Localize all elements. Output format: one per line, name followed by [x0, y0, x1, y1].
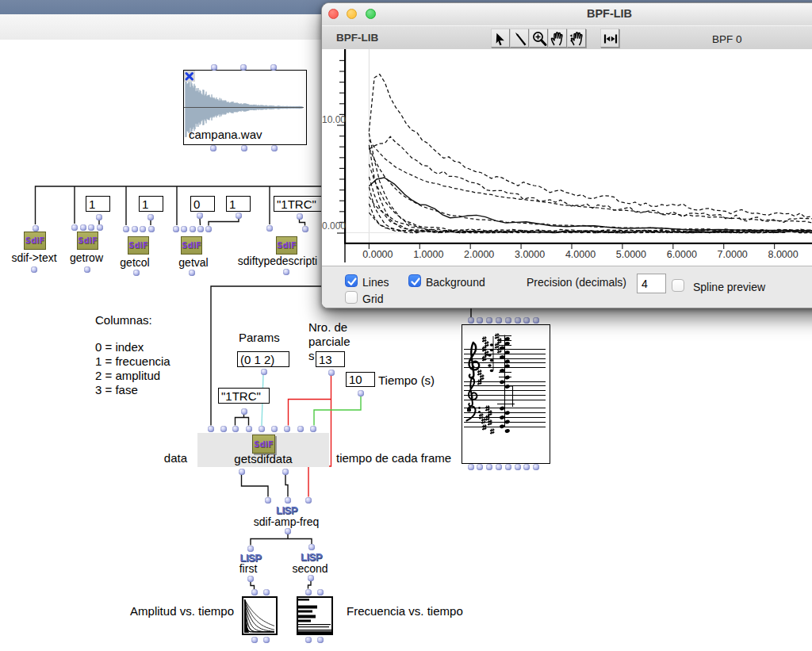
sdif-icon[interactable]: SdiF [181, 236, 202, 255]
patch-cord-12[interactable] [289, 400, 331, 426]
patch-connector-ball[interactable] [486, 317, 492, 324]
patch-connector-ball[interactable] [247, 546, 254, 552]
patch-connector-ball[interactable] [308, 575, 314, 581]
patch-connector-ball[interactable] [197, 226, 204, 232]
patch-connector-ball[interactable] [271, 145, 278, 151]
patch-connector-ball[interactable] [210, 145, 216, 151]
patch-cord-9[interactable] [300, 219, 305, 226]
patch-connector-ball[interactable] [251, 589, 258, 595]
patch-connector-ball[interactable] [533, 464, 539, 470]
patch-connector-ball[interactable] [140, 226, 146, 232]
patch-connector-ball[interactable] [133, 270, 140, 276]
patch-connector-ball[interactable] [181, 226, 187, 232]
patch-connector-ball[interactable] [132, 226, 138, 232]
patch-connector-ball[interactable] [208, 426, 214, 432]
patch-connector-ball[interactable] [496, 317, 502, 324]
patch-connector-ball[interactable] [197, 213, 203, 219]
input-box-n1[interactable]: 1 [86, 196, 110, 212]
patch-cord-7[interactable] [200, 219, 201, 225]
patch-connector-ball[interactable] [266, 225, 273, 232]
patch-cord-18[interactable] [285, 474, 288, 497]
patch-connector-ball[interactable] [259, 426, 265, 432]
patch-connector-ball[interactable] [358, 390, 364, 396]
patch-cord-22[interactable] [308, 580, 312, 589]
lines-checkbox[interactable] [345, 274, 358, 287]
patch-connector-ball[interactable] [297, 426, 304, 432]
input-box-params[interactable]: (0 1 2) [237, 351, 289, 367]
patch-connector-ball[interactable] [505, 317, 511, 324]
patch-connector-ball[interactable] [270, 64, 277, 71]
curve-partial-env-solid[interactable] [369, 178, 812, 231]
patch-connector-ball[interactable] [246, 426, 252, 432]
patch-connector-ball[interactable] [265, 497, 271, 504]
patch-connector-ball[interactable] [285, 497, 291, 504]
patch-connector-ball[interactable] [33, 225, 39, 232]
patch-connector-ball[interactable] [173, 226, 179, 232]
curve-partial-env-2[interactable] [369, 75, 812, 218]
input-box-n2[interactable]: 1 [139, 196, 163, 212]
pen-tool-button[interactable] [510, 29, 529, 48]
patch-connector-ball[interactable] [317, 589, 324, 595]
input-box-tiempo[interactable]: 10 [346, 372, 375, 387]
input-box-trc1[interactable]: "1TRC" [274, 196, 323, 212]
patch-connector-ball[interactable] [147, 214, 154, 220]
patch-connector-ball[interactable] [205, 226, 212, 232]
patch-connector-ball[interactable] [84, 266, 90, 273]
chord-seq-box[interactable] [462, 324, 550, 464]
patch-connector-ball[interactable] [220, 426, 227, 432]
patch-connector-ball[interactable] [308, 544, 315, 550]
input-box-trc2[interactable]: "1TRC" [218, 388, 270, 404]
patch-connector-ball[interactable] [468, 464, 474, 470]
patch-connector-ball[interactable] [496, 464, 502, 470]
patch-connector-ball[interactable] [486, 464, 492, 470]
patch-connector-ball[interactable] [189, 270, 195, 276]
patch-connector-ball[interactable] [317, 637, 324, 643]
patch-cord-20[interactable] [251, 539, 312, 546]
patch-connector-ball[interactable] [148, 226, 155, 232]
patch-connector-ball[interactable] [80, 224, 86, 231]
grid-checkbox[interactable] [345, 291, 358, 304]
patch-connector-ball[interactable] [88, 224, 94, 231]
patch-connector-ball[interactable] [211, 64, 217, 71]
patch-connector-ball[interactable] [71, 224, 78, 231]
sdif-icon[interactable]: SdiF [128, 236, 149, 255]
patch-connector-ball[interactable] [31, 266, 37, 273]
patch-connector-ball[interactable] [515, 464, 521, 470]
hand-scroll-tool-button[interactable] [567, 29, 586, 48]
patch-connector-ball[interactable] [310, 426, 316, 432]
hand-tool-button[interactable] [548, 29, 567, 48]
close-icon[interactable] [184, 71, 195, 82]
patch-connector-ball[interactable] [96, 214, 102, 220]
patch-connector-ball[interactable] [232, 426, 239, 432]
patch-cord-16[interactable] [236, 418, 249, 426]
patch-connector-ball[interactable] [97, 224, 103, 231]
curve-partial-env-9[interactable] [369, 177, 812, 233]
patch-connector-ball[interactable] [477, 464, 483, 470]
patch-cord-13[interactable] [314, 396, 361, 426]
patch-connector-ball[interactable] [302, 226, 308, 232]
bpf-titlebar[interactable]: BPF-LIB [322, 3, 812, 26]
arrow-tool-button[interactable] [491, 29, 510, 48]
patch-connector-ball[interactable] [305, 497, 312, 504]
patch-connector-ball[interactable] [328, 370, 335, 376]
patch-connector-ball[interactable] [236, 213, 242, 219]
patch-connector-ball[interactable] [297, 213, 303, 220]
input-box-npart[interactable]: 13 [316, 351, 345, 367]
patch-connector-ball[interactable] [523, 317, 530, 324]
input-box-n0[interactable]: 0 [190, 196, 215, 212]
patch-connector-ball[interactable] [123, 226, 129, 232]
patch-connector-ball[interactable] [190, 226, 196, 232]
patch-connector-ball[interactable] [505, 464, 511, 470]
patch-connector-ball[interactable] [533, 317, 539, 324]
patch-connector-ball[interactable] [285, 528, 291, 534]
patch-connector-ball[interactable] [305, 637, 312, 643]
patch-connector-ball[interactable] [251, 637, 258, 643]
curve-partial-env-12[interactable] [369, 204, 812, 233]
patch-connector-ball[interactable] [239, 469, 245, 475]
patch-connector-ball[interactable] [240, 64, 247, 71]
precision-input[interactable] [637, 274, 666, 293]
patch-connector-ball[interactable] [241, 145, 247, 151]
patch-connector-ball[interactable] [523, 464, 530, 470]
patch-connector-ball[interactable] [282, 469, 289, 475]
patch-connector-ball[interactable] [284, 426, 290, 432]
